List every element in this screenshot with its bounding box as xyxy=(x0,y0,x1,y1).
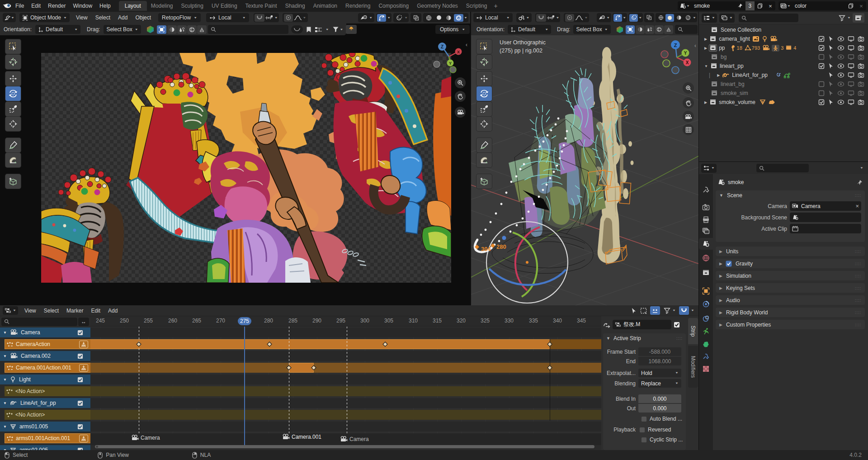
svg-text:User Orthographic: User Orthographic xyxy=(500,39,546,46)
svg-text:Y: Y xyxy=(684,51,687,56)
svg-text:Z: Z xyxy=(441,44,443,49)
svg-text:280: 280 xyxy=(496,243,506,250)
svg-text:(275) pp | rig.002: (275) pp | rig.002 xyxy=(500,47,542,54)
svg-text:X: X xyxy=(457,50,460,54)
svg-text:X: X xyxy=(686,60,689,65)
svg-text:304: 304 xyxy=(481,246,491,252)
svg-text:Y: Y xyxy=(449,61,452,66)
svg-text:Z: Z xyxy=(674,43,677,48)
